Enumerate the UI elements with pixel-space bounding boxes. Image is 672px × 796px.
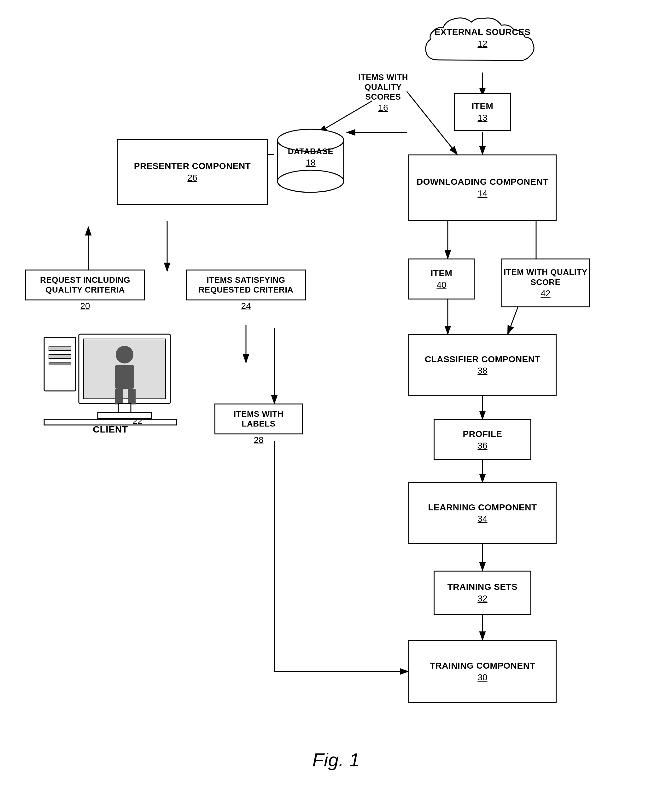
external-sources-num: 12 — [413, 39, 552, 49]
client-num: 22 — [133, 416, 142, 426]
diagram: EXTERNAL SOURCES 12 ITEM 13 DOWNLOADING … — [0, 0, 672, 796]
request-quality-label: REQUEST INCLUDING QUALITY CRITERIA — [25, 270, 145, 300]
item-40-num: 40 — [437, 280, 446, 290]
classifier-component-box: CLASSIFIER COMPONENT 38 — [408, 334, 557, 396]
downloading-num: 14 — [477, 189, 487, 198]
training-sets-box: TRAINING SETS 32 — [434, 571, 531, 615]
downloading-label: DOWNLOADING COMPONENT — [416, 177, 549, 187]
training-component-box: TRAINING COMPONENT 30 — [408, 640, 557, 703]
svg-point-24 — [277, 170, 344, 192]
training-component-num: 30 — [477, 673, 487, 683]
downloading-component-box: DOWNLOADING COMPONENT 14 — [408, 155, 557, 221]
svg-rect-32 — [115, 365, 134, 389]
item-quality-score-box: ITEM WITH QUALITY SCORE 42 — [501, 259, 590, 307]
learning-component-box: LEARNING COMPONENT 34 — [408, 482, 557, 544]
training-component-label: TRAINING COMPONENT — [430, 660, 535, 671]
item-40-box: ITEM 40 — [408, 259, 475, 299]
profile-num: 36 — [477, 441, 487, 451]
item-40-label: ITEM — [431, 268, 453, 279]
database-label: DATABASE — [274, 147, 347, 157]
learning-num: 34 — [477, 514, 487, 524]
database-num: 18 — [274, 158, 347, 168]
svg-rect-33 — [115, 389, 123, 404]
svg-rect-34 — [128, 389, 136, 404]
items-satisfying-container: ITEMS SATISFYING REQUESTED CRITERIA 24 — [186, 270, 306, 311]
svg-rect-28 — [49, 363, 71, 365]
items-labels-num: 28 — [254, 435, 263, 445]
classifier-num: 38 — [477, 366, 487, 376]
svg-rect-27 — [49, 355, 71, 358]
request-quality-num: 20 — [80, 301, 90, 311]
request-quality-container: REQUEST INCLUDING QUALITY CRITERIA 20 — [25, 270, 145, 311]
profile-label: PROFILE — [463, 429, 502, 440]
external-sources-cloud: EXTERNAL SOURCES 12 — [413, 10, 552, 72]
item-quality-score-label: ITEM WITH QUALITY SCORE — [502, 267, 589, 287]
profile-box: PROFILE 36 — [434, 419, 531, 460]
client-computer: CLIENT — [41, 331, 180, 435]
svg-rect-26 — [49, 347, 71, 350]
external-sources-label: EXTERNAL SOURCES — [413, 27, 552, 37]
items-satisfying-label: ITEMS SATISFYING REQUESTED CRITERIA — [186, 270, 306, 300]
items-labels-container: ITEMS WITH LABELS 28 — [214, 403, 303, 445]
client-label: CLIENT — [41, 424, 180, 435]
items-quality-scores-num: 16 — [378, 103, 388, 113]
svg-point-31 — [116, 346, 133, 363]
item-13-label: ITEM — [472, 101, 493, 112]
svg-rect-35 — [118, 403, 131, 413]
item-13-num: 13 — [477, 113, 487, 123]
database-shape: DATABASE 18 — [274, 125, 347, 194]
items-satisfying-num: 24 — [241, 301, 251, 311]
items-quality-scores-label-container: ITEMS WITH QUALITY SCORES 16 — [347, 72, 419, 113]
learning-label: LEARNING COMPONENT — [428, 502, 537, 513]
figure-label: Fig. 1 — [0, 749, 672, 771]
classifier-label: CLASSIFIER COMPONENT — [425, 354, 540, 365]
presenter-component-box: PRESENTER COMPONENT 26 — [117, 139, 268, 205]
presenter-num: 26 — [187, 173, 197, 183]
training-sets-num: 32 — [477, 594, 487, 604]
svg-rect-36 — [98, 412, 151, 419]
items-quality-scores-label: ITEMS WITH QUALITY SCORES — [347, 72, 419, 102]
training-sets-label: TRAINING SETS — [448, 582, 518, 592]
item-13-box: ITEM 13 — [454, 93, 511, 131]
items-labels-label: ITEMS WITH LABELS — [214, 403, 303, 435]
presenter-label: PRESENTER COMPONENT — [134, 161, 251, 171]
item-quality-score-num: 42 — [541, 288, 550, 299]
